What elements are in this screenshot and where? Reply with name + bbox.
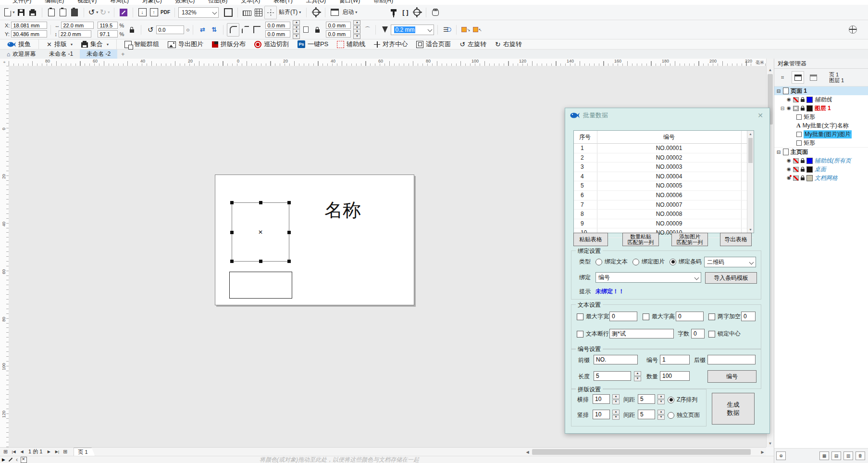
first-page-button[interactable]: |◀ [10,448,17,455]
add-page-before-button[interactable]: ⊞ [2,448,9,455]
selection-brackets-button[interactable]: [ ] [399,6,411,19]
add-image-button[interactable]: 添加图片匹配第一列 [671,233,708,246]
guidelines-button[interactable]: 辅助线 [333,39,370,49]
horizontal-scrollbar[interactable]: ◀ ▶ [524,447,766,456]
vertical-ruler[interactable]: 0 20 40 60 80 100 120 [0,66,9,447]
lock-icon[interactable] [801,169,805,172]
selection-handle[interactable] [230,260,234,263]
bind-column-combo[interactable]: 编号 [595,272,701,283]
generate-numbers-button[interactable]: 编号 [707,370,756,383]
selection-handle[interactable] [287,201,291,204]
tree-document-grid[interactable]: ◉文档网格 [774,174,868,182]
lock-center-checkbox[interactable]: 锁定中心 [708,330,741,338]
generate-data-button[interactable]: 生成数据 [712,393,755,425]
two-char-space-checkbox[interactable]: 两字加空 [708,313,741,321]
tab-untitled-1[interactable]: 未命名 -1 [42,50,80,59]
h-scroll-thumb[interactable] [532,449,751,455]
table-scroll-thumb[interactable] [748,138,753,163]
rotate-left-button[interactable]: ↺左旋转 [455,39,491,49]
mirror-horizontal-button[interactable]: ⇄ [197,24,208,36]
object-height-input[interactable] [59,30,91,38]
menu-tools[interactable]: 工具(O) [306,0,326,5]
new-document-button[interactable]: ▾ [4,6,15,19]
tracer-button[interactable] [118,6,129,19]
gap-h-spinner[interactable]: ▲▼ [657,394,665,404]
table-row[interactable]: 1NO.00001 [574,144,754,153]
show-grid-button[interactable] [253,6,264,19]
object-width-input[interactable] [61,22,94,29]
pos-y-input[interactable] [11,30,47,38]
corner-radius-tr-input[interactable] [326,22,351,29]
print-enabled-icon[interactable] [793,106,799,111]
collapse-icon[interactable]: ⊟ [776,150,781,155]
quantity-input[interactable] [660,371,690,381]
mirror-vertical-button[interactable]: ⇅ [208,24,220,36]
table-row[interactable]: 9NO.00009 [574,219,754,229]
document-page[interactable]: ✕ 名称 [215,175,414,305]
delete-layer-button[interactable]: 🗑 [856,451,865,460]
table-row[interactable]: 6NO.00006 [574,191,754,200]
table-row[interactable]: 7NO.00007 [574,200,754,210]
selection-handle[interactable] [259,201,262,204]
export-table-button[interactable]: 导出表格 [720,233,752,246]
columns-spinner[interactable]: ▲▼ [612,394,620,404]
table-row[interactable]: 5NO.00005 [574,181,754,191]
customize-plus-button[interactable] [847,24,858,36]
rows-spinner[interactable]: ▲▼ [612,410,620,420]
no-print-icon[interactable] [793,175,799,181]
tree-rectangle-object-2[interactable]: 矩形 [774,138,868,147]
collapse-icon[interactable]: ⊟ [780,106,785,111]
align-center-button[interactable]: 对齐中心 [370,39,412,49]
menu-object[interactable]: 对象(C) [142,0,162,5]
to-back-button[interactable]: ↖ [471,24,483,36]
max-char-width-input[interactable] [609,312,637,321]
tree-master-page[interactable]: ⊟主页面 [774,147,868,156]
menu-bitmap[interactable]: 位图(B) [208,0,227,5]
tree-guides-layer[interactable]: ◉辅助线 [774,95,868,104]
launch-dropdown[interactable]: 启动▾ [340,6,359,19]
tab-welcome[interactable]: ⌂欢迎屏幕 [0,50,42,59]
corner-round-button[interactable] [227,23,239,37]
scroll-left-arrow[interactable]: ◀ [524,448,531,456]
layer-snap-icon[interactable]: ⌗ [776,71,789,84]
corner-radius-bl-input[interactable] [265,30,290,38]
scroll-down-arrow[interactable]: ▼ [767,440,774,447]
menu-file[interactable]: 文件(F) [12,0,31,5]
scroll-right-arrow[interactable]: ▶ [759,448,766,456]
rows-input[interactable] [593,410,610,419]
smart-group-button[interactable]: 智能群组 [120,39,163,49]
radio-z-order[interactable]: Z序排列 [668,396,697,404]
columns-input[interactable] [593,394,610,404]
qty-paste-button[interactable]: 数量粘贴匹配第一列 [622,233,659,246]
copy-button[interactable] [57,6,69,19]
dialog-close-button[interactable]: ✕ [756,112,765,119]
import-button[interactable]: ↓ [136,6,148,19]
max-char-height-checkbox[interactable]: 最大字高 [643,313,675,321]
corner-chamfer-button[interactable] [251,24,262,36]
table-row[interactable]: 2NO.00002 [574,153,754,163]
new-master-layer-odd-button[interactable]: ▥ [843,451,853,460]
pin-button[interactable] [388,6,399,19]
new-master-layer-all-button[interactable]: ▤ [831,451,841,460]
pan-hand-button[interactable] [430,6,441,19]
tree-page-1[interactable]: ⊟页面 1 [774,87,868,95]
fillet-icon[interactable]: ⌒ [360,24,372,36]
show-rulers-button[interactable] [241,6,253,19]
barcode-type-combo[interactable]: 二维码 [704,257,756,267]
tree-desktop-layer[interactable]: ◉桌面 [774,165,868,174]
tab-untitled-2[interactable]: 未命名 -2 [80,50,117,59]
table-scrollbar[interactable]: ▲ ▼ [747,131,754,233]
max-char-width-checkbox[interactable]: 最大字宽 [577,313,609,321]
lock-icon[interactable] [801,177,805,180]
zoom-level-combo[interactable]: 132% [178,7,219,18]
selection-handle[interactable] [230,231,234,234]
show-guidelines-button[interactable] [264,6,277,19]
paste-table-button[interactable]: 粘贴表格 [573,233,608,246]
rotate-right-button[interactable]: ↻右旋转 [491,39,526,49]
redo-button[interactable]: ↻▾ [99,6,111,19]
last-page-button[interactable]: ▶| [53,448,61,455]
corner-radius-br-input[interactable] [326,30,351,38]
palette-expand-arrow[interactable]: ▶ [2,457,5,462]
suffix-input[interactable] [707,355,756,364]
gap-v-spinner[interactable]: ▲▼ [657,410,665,420]
